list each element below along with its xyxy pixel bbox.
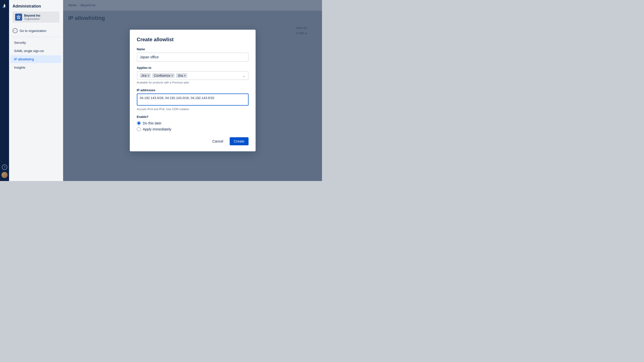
name-form-group: Name [137,48,249,62]
go-to-org-button[interactable]: ← Go to organization [9,26,63,35]
modal-footer: Cancel Create [137,137,249,145]
radio-apply-immediately-label: Apply immediately [143,127,172,131]
ip-addresses-label: IP addresses [137,88,249,92]
tag-remove-confluence[interactable]: × [171,74,173,77]
org-name: Beyond Inc [24,14,41,17]
security-label: Security [14,41,26,44]
insights-label: Insights [14,66,25,69]
sidebar-icon-bar: ? [0,0,9,181]
svg-rect-1 [18,15,19,16]
svg-rect-4 [17,18,18,19]
nav-divider [13,37,59,37]
ip-addresses-form-group: IP addresses 04.192.143.0/28, 04.192.143… [137,88,249,111]
admin-title: Administration [13,4,59,9]
tag-label: Jira [141,74,147,77]
tag-label: Jira [178,74,183,77]
org-info: Beyond Inc Organization [24,14,41,20]
premium-hint: Available for products with a Premium pl… [137,81,249,84]
saml-label: SAML single sign-on [14,49,44,53]
radio-apply-immediately[interactable]: Apply immediately [137,127,249,131]
cancel-button[interactable]: Cancel [208,137,227,145]
help-button[interactable]: ? [2,164,7,170]
name-input[interactable] [137,53,249,62]
sidebar-item-security[interactable]: Security [11,39,61,47]
tag-remove-jira-2[interactable]: × [184,74,186,77]
atlassian-logo [2,3,7,9]
left-nav-panel: Administration Beyond Inc Organization ←… [9,0,63,181]
radio-do-later[interactable]: Do this later [137,121,249,125]
create-allowlist-modal: Create allowlist Name Applies to Jira × … [130,30,256,151]
ip-allowlisting-label: IP allowlisting [14,57,34,61]
org-icon [15,14,22,21]
applies-to-form-group: Applies to Jira × Confluence × Jira × ⌄ [137,66,249,84]
modal-overlay: Create allowlist Name Applies to Jira × … [63,0,322,181]
main-content: Admin / Beyond Inc IP allowlisting sses … [63,0,322,181]
tag-remove-jira-1[interactable]: × [147,74,149,77]
go-to-org-label: Go to organization [20,29,46,33]
dropdown-chevron-icon: ⌄ [243,74,246,78]
name-label: Name [137,48,249,51]
enable-label: Enable? [137,115,249,119]
panel-header: Administration Beyond Inc Organization [9,0,63,25]
svg-rect-3 [18,17,19,17]
enable-section: Enable? Do this later Apply immediately [137,115,249,131]
back-arrow-icon: ← [13,28,18,33]
sidebar-item-insights[interactable]: Insights [11,64,61,71]
modal-title: Create allowlist [137,37,249,42]
sidebar-item-ip-allowlisting[interactable]: IP allowlisting [11,55,61,63]
tag-confluence[interactable]: Confluence × [152,73,175,78]
svg-rect-2 [19,16,20,17]
enable-radio-group: Do this later Apply immediately [137,121,249,131]
svg-rect-0 [17,16,18,17]
sidebar-item-saml[interactable]: SAML single sign-on [11,47,61,55]
ip-addresses-input[interactable]: 04.192.143.0/28, 04.192.143.0/16, 04.192… [137,94,249,106]
radio-do-later-input[interactable] [137,121,141,125]
applies-to-label: Applies to [137,66,249,70]
svg-rect-5 [19,18,20,19]
tag-jira-2[interactable]: Jira × [176,73,187,78]
tag-label: Confluence [154,74,170,77]
tag-jira-1[interactable]: Jira × [140,73,151,78]
create-button[interactable]: Create [230,137,248,145]
radio-do-later-label: Do this later [143,121,162,125]
org-type: Organization [24,17,41,20]
applies-to-input[interactable]: Jira × Confluence × Jira × ⌄ [137,71,249,80]
user-avatar[interactable] [2,172,8,178]
radio-apply-immediately-input[interactable] [137,127,141,131]
ip-hint: Accepts IPv4 and IPv6. Use CIDR notation… [137,108,249,111]
org-block[interactable]: Beyond Inc Organization [13,12,59,23]
